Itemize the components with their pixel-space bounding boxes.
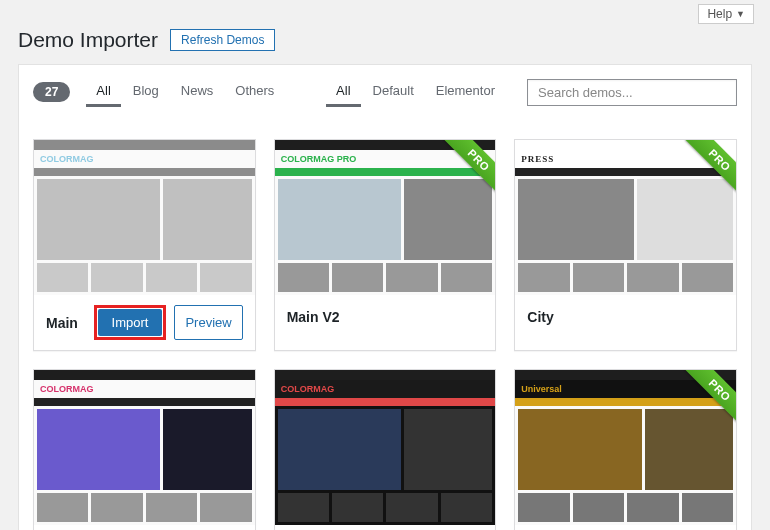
demo-card[interactable]: Universal PRO Universal Market News	[514, 369, 737, 530]
demo-count-badge: 27	[33, 82, 70, 102]
demo-brand: COLORMAG	[275, 380, 496, 398]
category-tab-blog[interactable]: Blog	[123, 77, 169, 107]
demo-panel: 27 All Blog News Others All Default Elem…	[18, 64, 752, 530]
demo-brand: COLORMAG	[34, 150, 255, 168]
filter-bar: 27 All Blog News Others All Default Elem…	[19, 65, 751, 119]
preview-button[interactable]: Preview	[174, 305, 242, 340]
demo-title: City	[527, 309, 724, 325]
demo-card[interactable]: COLORMAG General News	[33, 369, 256, 530]
category-tab-news[interactable]: News	[171, 77, 224, 107]
import-button[interactable]: Import	[98, 309, 163, 336]
demo-card[interactable]: COLORMAG Dark	[274, 369, 497, 530]
demo-title: Main	[46, 315, 94, 331]
builder-tab-all[interactable]: All	[326, 77, 360, 107]
search-input[interactable]	[527, 79, 737, 106]
demo-thumbnail: COLORMAG	[275, 370, 496, 525]
chevron-down-icon: ▼	[736, 9, 745, 19]
page-title: Demo Importer	[18, 28, 158, 52]
demo-thumbnail: Universal PRO	[515, 370, 736, 525]
refresh-demos-button[interactable]: Refresh Demos	[170, 29, 275, 51]
demo-card[interactable]: PRESS PRO City	[514, 139, 737, 351]
category-tab-all[interactable]: All	[86, 77, 120, 107]
demo-thumbnail: COLORMAG PRO PRO	[275, 140, 496, 295]
demo-thumbnail: PRESS PRO	[515, 140, 736, 295]
demo-card[interactable]: COLORMAG PRO PRO Main V2	[274, 139, 497, 351]
demo-title: Main V2	[287, 309, 484, 325]
builder-tab-default[interactable]: Default	[363, 77, 424, 107]
demo-grid: COLORMAG Main Import Preview	[19, 119, 751, 530]
demo-thumbnail: COLORMAG	[34, 370, 255, 525]
builder-filter-tabs: All Default Elementor	[326, 77, 505, 107]
page-header: Demo Importer Refresh Demos	[0, 24, 770, 64]
demo-thumbnail: COLORMAG	[34, 140, 255, 295]
help-label: Help	[707, 7, 732, 21]
category-filter-tabs: All Blog News Others	[86, 77, 284, 107]
demo-brand: COLORMAG	[34, 380, 255, 398]
import-highlight-marker: Import	[94, 305, 167, 340]
category-tab-others[interactable]: Others	[225, 77, 284, 107]
help-button[interactable]: Help ▼	[698, 4, 754, 24]
builder-tab-elementor[interactable]: Elementor	[426, 77, 505, 107]
demo-card[interactable]: COLORMAG Main Import Preview	[33, 139, 256, 351]
